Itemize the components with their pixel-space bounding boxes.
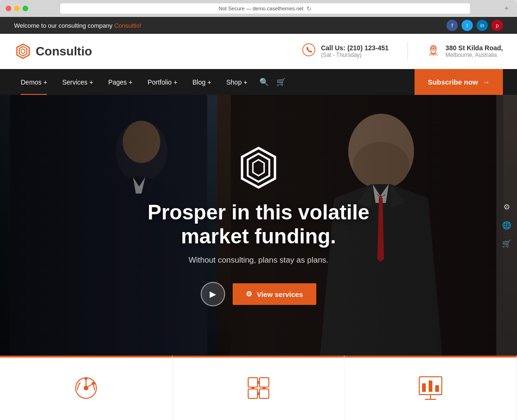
- logo-icon: [14, 42, 32, 60]
- globe-sidebar-icon[interactable]: 🌐: [502, 221, 511, 230]
- twitter-icon[interactable]: t: [462, 20, 473, 31]
- subscribe-button[interactable]: Subscribe now →: [415, 69, 503, 95]
- svg-rect-23: [429, 381, 432, 392]
- main-navigation: Demos + Services + Pages + Portfolio + B…: [0, 69, 517, 95]
- hero-content: Prosper in this volatilemarket funding. …: [0, 95, 517, 356]
- svg-point-17: [252, 387, 254, 389]
- view-services-button[interactable]: ⚙ View services: [233, 283, 316, 305]
- linkedin-icon[interactable]: in: [477, 20, 488, 31]
- address-line2: Melbourne, Australia: [446, 52, 503, 58]
- subscribe-arrow: →: [483, 78, 490, 86]
- social-links: f t in p: [446, 20, 503, 31]
- cart-sidebar-icon[interactable]: 🛒: [502, 239, 511, 248]
- address-bar[interactable]: Not Secure — demo.casethemes.net ↻: [60, 3, 470, 14]
- play-button[interactable]: ▶: [201, 282, 225, 306]
- nav-blog[interactable]: Blog +: [186, 69, 218, 95]
- svg-point-11: [85, 378, 87, 380]
- svg-rect-13: [248, 378, 258, 387]
- location-icon: [427, 43, 440, 59]
- address-line1: 380 St Kilda Road,: [446, 44, 503, 52]
- logo-text: Consultio: [36, 44, 92, 59]
- svg-rect-22: [422, 383, 426, 392]
- sidebar-floating-icons: ⚙ 🌐 🛒: [496, 95, 517, 356]
- welcome-text: Welcome to our consulting company: [14, 22, 114, 29]
- phone-number: Call Us: (210) 123-451: [321, 44, 389, 52]
- address-contact: 380 St Kilda Road, Melbourne, Australia: [427, 43, 503, 59]
- nav-demos[interactable]: Demos +: [14, 69, 54, 95]
- nav-services[interactable]: Services +: [55, 69, 100, 95]
- nav-pages[interactable]: Pages +: [102, 69, 139, 95]
- svg-point-18: [263, 387, 265, 389]
- nav-utility-icons: 🔍 🛒: [259, 78, 286, 86]
- maximize-button[interactable]: [23, 6, 28, 11]
- hero-subtitle: Without consulting, plans stay as plans.: [188, 256, 329, 265]
- hero-title: Prosper in this volatilemarket funding.: [148, 201, 369, 248]
- svg-point-10: [84, 386, 88, 390]
- pinterest-icon[interactable]: p: [492, 20, 503, 31]
- browser-titlebar: Not Secure — demo.casethemes.net ↻ +: [0, 0, 517, 17]
- reload-icon[interactable]: ↻: [306, 5, 312, 12]
- feature-card-3[interactable]: [345, 356, 517, 420]
- nav-items: Demos + Services + Pages + Portfolio + B…: [14, 69, 286, 95]
- nav-portfolio[interactable]: Portfolio +: [141, 69, 184, 95]
- feature-card-2[interactable]: [172, 356, 345, 420]
- new-tab-button[interactable]: +: [502, 4, 511, 13]
- phone-icon: [302, 43, 315, 59]
- settings-sidebar-icon[interactable]: ⚙: [503, 202, 510, 211]
- svg-point-0: [303, 44, 315, 56]
- feature-cards: [0, 356, 517, 420]
- contact-divider: [407, 42, 408, 61]
- site-header: Consultio Call Us: (210) 123-451 (Sat - …: [0, 34, 517, 69]
- hero-logo-icon: [235, 144, 282, 191]
- address-text: Not Secure — demo.casethemes.net: [219, 6, 303, 11]
- minimize-button[interactable]: [14, 6, 20, 11]
- hero-section: Prosper in this volatilemarket funding. …: [0, 95, 517, 356]
- phone-contact: Call Us: (210) 123-451 (Sat - Thursday): [302, 43, 389, 59]
- nav-shop[interactable]: Shop +: [219, 69, 254, 95]
- svg-rect-15: [248, 389, 258, 398]
- address-info: 380 St Kilda Road, Melbourne, Australia: [446, 44, 503, 58]
- close-button[interactable]: [6, 6, 11, 11]
- phone-hours: (Sat - Thursday): [321, 52, 389, 58]
- gear-icon: ⚙: [246, 290, 252, 298]
- puzzle-icon: [244, 374, 273, 402]
- top-bar-message: Welcome to our consulting company Consul…: [14, 22, 141, 29]
- browser-window: Not Secure — demo.casethemes.net ↻ + Wel…: [0, 0, 517, 420]
- search-icon[interactable]: 🔍: [259, 78, 269, 86]
- view-services-label: View services: [257, 290, 303, 298]
- facebook-icon[interactable]: f: [446, 20, 458, 31]
- svg-rect-14: [259, 378, 269, 387]
- brand-name: Consultio!: [114, 22, 141, 29]
- top-bar: Welcome to our consulting company Consul…: [0, 17, 517, 34]
- feature-card-1[interactable]: [0, 356, 172, 420]
- cart-nav-icon[interactable]: 🛒: [276, 78, 286, 86]
- svg-rect-24: [435, 385, 439, 392]
- hero-action-buttons: ▶ ⚙ View services: [201, 282, 316, 306]
- svg-point-20: [258, 393, 259, 395]
- analytics-icon: [72, 374, 100, 402]
- phone-info: Call Us: (210) 123-451 (Sat - Thursday): [321, 44, 389, 58]
- header-contact: Call Us: (210) 123-451 (Sat - Thursday): [302, 42, 503, 61]
- svg-point-2: [432, 47, 434, 49]
- chart-icon: [416, 374, 445, 402]
- subscribe-label: Subscribe now: [428, 78, 478, 86]
- svg-point-19: [258, 381, 259, 383]
- logo[interactable]: Consultio: [14, 42, 92, 60]
- svg-rect-16: [259, 389, 269, 398]
- traffic-lights: [6, 6, 28, 11]
- website-content: Welcome to our consulting company Consul…: [0, 17, 517, 420]
